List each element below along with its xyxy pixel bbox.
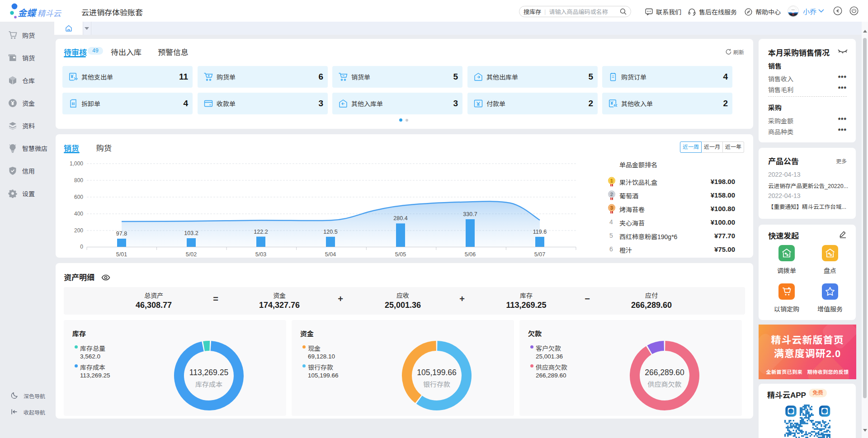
svg-text:5/04: 5/04	[325, 251, 336, 258]
svg-text:119.6: 119.6	[533, 229, 547, 235]
svg-text:5/01: 5/01	[116, 251, 127, 258]
svg-text:97.8: 97.8	[116, 231, 127, 237]
svg-text:5/07: 5/07	[534, 251, 545, 258]
svg-text:200: 200	[74, 227, 83, 234]
svg-text:0: 0	[80, 244, 83, 250]
svg-text:330.7: 330.7	[463, 211, 477, 217]
svg-text:800: 800	[74, 177, 83, 184]
svg-text:3: 3	[610, 205, 613, 211]
svg-text:5/05: 5/05	[395, 251, 406, 258]
svg-text:5/06: 5/06	[465, 251, 476, 258]
svg-text:122.2: 122.2	[254, 229, 268, 235]
svg-text:400: 400	[74, 211, 83, 217]
svg-text:5/02: 5/02	[186, 251, 197, 258]
svg-text:5/03: 5/03	[255, 251, 266, 258]
svg-text:120.5: 120.5	[323, 229, 337, 235]
svg-text:1: 1	[610, 178, 613, 184]
svg-text:2: 2	[610, 192, 613, 197]
svg-text:600: 600	[74, 194, 83, 200]
svg-text:280.4: 280.4	[393, 215, 407, 221]
svg-text:1,000: 1,000	[70, 160, 83, 167]
svg-text:103.2: 103.2	[184, 230, 198, 236]
